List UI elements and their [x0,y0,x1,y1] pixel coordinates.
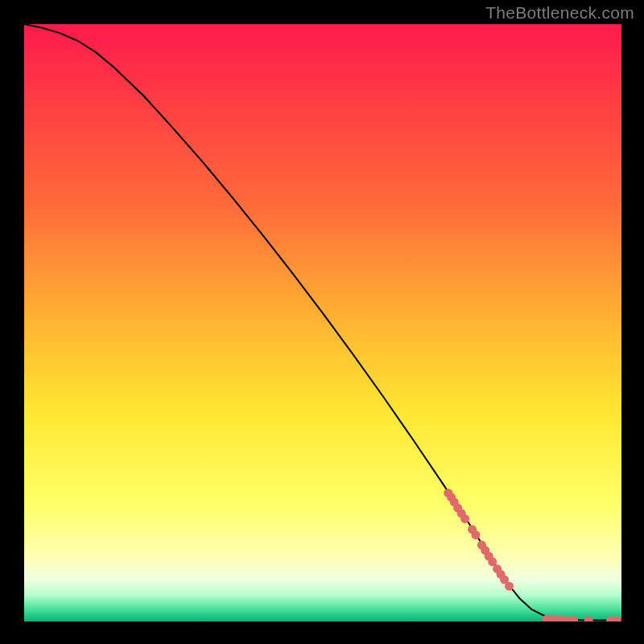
marker-point [505,582,514,591]
chart-svg [24,24,621,621]
watermark-text: TheBottleneck.com [485,3,634,23]
marker-point [471,530,480,539]
gradient-background [24,24,621,621]
marker-point [460,514,469,523]
chart-frame: TheBottleneck.com [0,0,644,644]
plot-area [24,24,621,621]
